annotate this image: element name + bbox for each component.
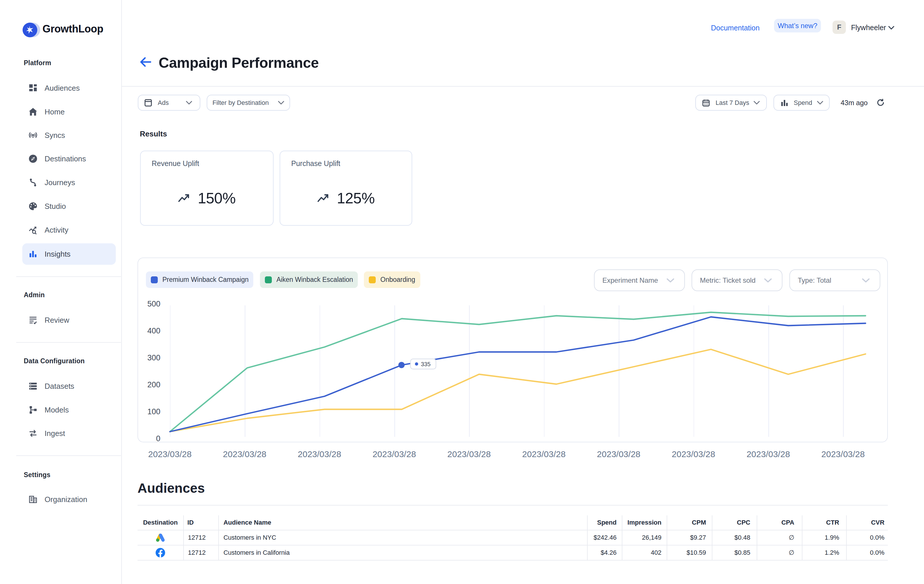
svg-text:335: 335 xyxy=(421,361,431,367)
